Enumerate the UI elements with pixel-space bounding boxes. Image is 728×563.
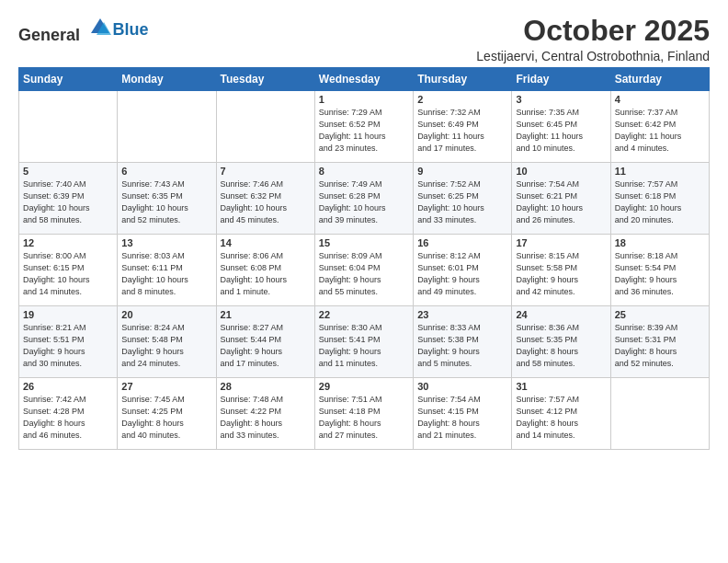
calendar-cell: 29Sunrise: 7:51 AM Sunset: 4:18 PM Dayli… [314,378,413,450]
day-info: Sunrise: 7:32 AM Sunset: 6:49 PM Dayligh… [417,107,507,155]
weekday-header: Monday [118,68,216,91]
calendar-week-row: 12Sunrise: 8:00 AM Sunset: 6:15 PM Dayli… [19,235,710,306]
day-number: 26 [23,381,113,392]
day-number: 12 [23,237,113,248]
day-info: Sunrise: 8:27 AM Sunset: 5:44 PM Dayligh… [221,322,311,370]
day-number: 17 [516,237,606,248]
day-number: 11 [615,166,705,177]
calendar-cell: 24Sunrise: 8:36 AM Sunset: 5:35 PM Dayli… [512,306,610,378]
calendar-cell: 19Sunrise: 8:21 AM Sunset: 5:51 PM Dayli… [19,306,118,378]
day-info: Sunrise: 7:45 AM Sunset: 4:25 PM Dayligh… [121,394,211,442]
day-info: Sunrise: 8:00 AM Sunset: 6:15 PM Dayligh… [23,250,113,298]
calendar-cell: 18Sunrise: 8:18 AM Sunset: 5:54 PM Dayli… [610,235,709,306]
day-number: 18 [615,237,705,248]
day-info: Sunrise: 7:57 AM Sunset: 4:12 PM Dayligh… [516,394,606,442]
day-number: 4 [615,94,705,105]
calendar-cell: 31Sunrise: 7:57 AM Sunset: 4:12 PM Dayli… [512,378,610,450]
day-info: Sunrise: 7:43 AM Sunset: 6:35 PM Dayligh… [121,178,211,226]
day-info: Sunrise: 8:36 AM Sunset: 5:35 PM Dayligh… [516,322,606,370]
calendar-cell: 15Sunrise: 8:09 AM Sunset: 6:04 PM Dayli… [314,235,413,306]
calendar-cell: 13Sunrise: 8:03 AM Sunset: 6:11 PM Dayli… [118,235,216,306]
calendar-cell: 21Sunrise: 8:27 AM Sunset: 5:44 PM Dayli… [216,306,314,378]
calendar-cell [19,91,118,163]
day-number: 19 [23,309,113,320]
logo: General Blue [18,15,149,45]
day-number: 28 [221,381,311,392]
day-info: Sunrise: 7:46 AM Sunset: 6:32 PM Dayligh… [221,178,311,226]
day-number: 15 [319,237,409,248]
calendar-cell [216,91,314,163]
logo-general: General [18,26,80,44]
weekday-header: Saturday [610,68,709,91]
day-number: 16 [417,237,507,248]
day-info: Sunrise: 8:12 AM Sunset: 6:01 PM Dayligh… [417,250,507,298]
day-info: Sunrise: 7:35 AM Sunset: 6:45 PM Dayligh… [516,107,606,155]
page: General Blue October 2025 Lestijaervi, C… [0,0,728,459]
day-info: Sunrise: 8:06 AM Sunset: 6:08 PM Dayligh… [221,250,311,298]
day-number: 2 [417,94,507,105]
weekday-header: Tuesday [216,68,314,91]
weekday-header: Thursday [414,68,512,91]
weekday-header: Sunday [19,68,118,91]
day-info: Sunrise: 8:09 AM Sunset: 6:04 PM Dayligh… [319,250,409,298]
calendar-week-row: 1Sunrise: 7:29 AM Sunset: 6:52 PM Daylig… [19,91,710,163]
calendar-cell: 27Sunrise: 7:45 AM Sunset: 4:25 PM Dayli… [118,378,216,450]
calendar-cell: 7Sunrise: 7:46 AM Sunset: 6:32 PM Daylig… [216,163,314,235]
calendar-cell: 2Sunrise: 7:32 AM Sunset: 6:49 PM Daylig… [414,91,512,163]
day-number: 25 [615,309,705,320]
day-number: 23 [417,309,507,320]
title-block: October 2025 Lestijaervi, Central Ostrob… [476,15,710,63]
day-number: 8 [319,166,409,177]
calendar-cell: 5Sunrise: 7:40 AM Sunset: 6:39 PM Daylig… [19,163,118,235]
calendar-cell [610,378,709,450]
day-number: 29 [319,381,409,392]
day-number: 30 [417,381,507,392]
logo-blue: Blue [113,20,149,39]
day-number: 6 [121,166,211,177]
calendar-cell: 23Sunrise: 8:33 AM Sunset: 5:38 PM Dayli… [414,306,512,378]
day-info: Sunrise: 8:24 AM Sunset: 5:48 PM Dayligh… [121,322,211,370]
calendar-week-row: 19Sunrise: 8:21 AM Sunset: 5:51 PM Dayli… [19,306,710,378]
logo-icon [87,15,113,40]
day-info: Sunrise: 7:52 AM Sunset: 6:25 PM Dayligh… [417,178,507,226]
day-number: 27 [121,381,211,392]
calendar-cell: 17Sunrise: 8:15 AM Sunset: 5:58 PM Dayli… [512,235,610,306]
calendar-cell: 30Sunrise: 7:54 AM Sunset: 4:15 PM Dayli… [414,378,512,450]
day-info: Sunrise: 7:54 AM Sunset: 6:21 PM Dayligh… [516,178,606,226]
day-number: 24 [516,309,606,320]
day-number: 31 [516,381,606,392]
location-title: Lestijaervi, Central Ostrobothnia, Finla… [476,49,710,63]
day-number: 21 [221,309,311,320]
day-info: Sunrise: 8:18 AM Sunset: 5:54 PM Dayligh… [615,250,705,298]
day-info: Sunrise: 7:57 AM Sunset: 6:18 PM Dayligh… [615,178,705,226]
calendar-week-row: 26Sunrise: 7:42 AM Sunset: 4:28 PM Dayli… [19,378,710,450]
day-number: 22 [319,309,409,320]
day-info: Sunrise: 8:33 AM Sunset: 5:38 PM Dayligh… [417,322,507,370]
calendar-cell: 16Sunrise: 8:12 AM Sunset: 6:01 PM Dayli… [414,235,512,306]
calendar-cell: 11Sunrise: 7:57 AM Sunset: 6:18 PM Dayli… [610,163,709,235]
calendar-cell: 10Sunrise: 7:54 AM Sunset: 6:21 PM Dayli… [512,163,610,235]
day-info: Sunrise: 7:51 AM Sunset: 4:18 PM Dayligh… [319,394,409,442]
calendar-cell: 9Sunrise: 7:52 AM Sunset: 6:25 PM Daylig… [414,163,512,235]
day-number: 5 [23,166,113,177]
weekday-header: Friday [512,68,610,91]
day-info: Sunrise: 7:40 AM Sunset: 6:39 PM Dayligh… [23,178,113,226]
day-number: 10 [516,166,606,177]
day-number: 13 [121,237,211,248]
day-info: Sunrise: 7:29 AM Sunset: 6:52 PM Dayligh… [319,107,409,155]
day-number: 14 [221,237,311,248]
day-info: Sunrise: 8:03 AM Sunset: 6:11 PM Dayligh… [121,250,211,298]
day-info: Sunrise: 7:37 AM Sunset: 6:42 PM Dayligh… [615,107,705,155]
header-row: SundayMondayTuesdayWednesdayThursdayFrid… [19,68,710,91]
calendar-cell [118,91,216,163]
calendar-cell: 12Sunrise: 8:00 AM Sunset: 6:15 PM Dayli… [19,235,118,306]
calendar-cell: 26Sunrise: 7:42 AM Sunset: 4:28 PM Dayli… [19,378,118,450]
calendar-cell: 20Sunrise: 8:24 AM Sunset: 5:48 PM Dayli… [118,306,216,378]
calendar-cell: 8Sunrise: 7:49 AM Sunset: 6:28 PM Daylig… [314,163,413,235]
day-number: 20 [121,309,211,320]
calendar-cell: 25Sunrise: 8:39 AM Sunset: 5:31 PM Dayli… [610,306,709,378]
day-info: Sunrise: 8:30 AM Sunset: 5:41 PM Dayligh… [319,322,409,370]
day-info: Sunrise: 7:49 AM Sunset: 6:28 PM Dayligh… [319,178,409,226]
calendar-cell: 3Sunrise: 7:35 AM Sunset: 6:45 PM Daylig… [512,91,610,163]
day-number: 1 [319,94,409,105]
